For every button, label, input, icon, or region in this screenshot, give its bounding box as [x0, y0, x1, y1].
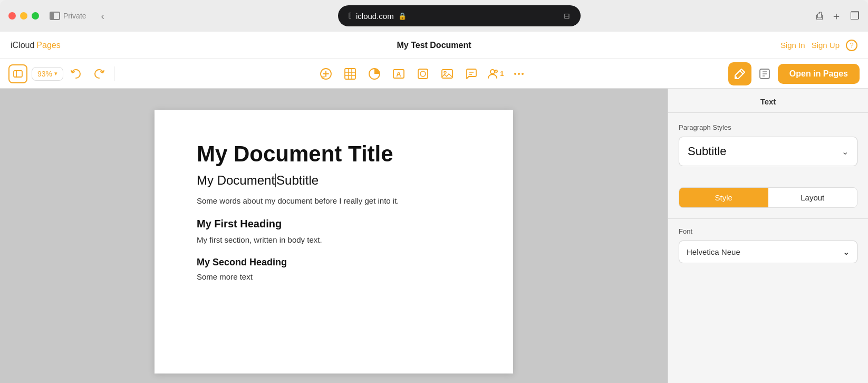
svg-point-25 — [518, 73, 520, 75]
font-value: Helvetica Neue — [687, 247, 740, 256]
dropdown-chevron-icon: ⌄ — [842, 147, 848, 157]
sign-in-button[interactable]: Sign In — [780, 41, 805, 50]
shape-button[interactable] — [413, 64, 432, 83]
svg-rect-5 — [322, 76, 325, 78]
insert-button[interactable] — [316, 64, 335, 83]
font-section: Font Helvetica Neue ⌄ — [668, 227, 868, 263]
tabs-button[interactable]: ❐ — [850, 9, 860, 22]
open-in-pages-button[interactable]: Open in Pages — [778, 64, 860, 84]
browser-window: Private ‹  icloud.com 🔒 ⊟ ⎙ ＋ ❐ iCloud … — [0, 0, 868, 383]
sidebar-toggle-button[interactable]: Private — [45, 9, 91, 22]
paragraph-styles-label: Paragraph Styles — [679, 123, 857, 131]
private-label: Private — [63, 12, 86, 20]
doc-body-3: Some more text — [197, 272, 471, 281]
right-panel: Text Paragraph Styles Subtitle ⌄ Style L… — [668, 89, 868, 383]
text-cursor — [275, 174, 276, 187]
panel-divider — [668, 218, 868, 219]
doc-body-text: Some words about my document before I re… — [197, 196, 471, 205]
help-button[interactable]: ? — [846, 40, 857, 51]
panel-header: Text — [668, 89, 868, 113]
svg-line-27 — [740, 71, 743, 74]
svg-rect-17 — [442, 70, 452, 78]
svg-text:A: A — [397, 70, 402, 78]
pages-text: Pages — [36, 41, 60, 50]
paragraph-styles-dropdown[interactable]: Subtitle ⌄ — [679, 137, 857, 166]
apple-logo-icon:  — [349, 11, 352, 21]
zoom-control[interactable]: 93% ▾ — [32, 67, 63, 81]
document-area: My Document Title My DocumentSubtitle So… — [0, 89, 668, 383]
doc-heading-1: My First Heading — [197, 218, 471, 230]
chart-button[interactable] — [365, 64, 384, 83]
media-button[interactable] — [438, 64, 457, 83]
layout-tab[interactable]: Layout — [768, 188, 857, 207]
svg-point-24 — [514, 73, 516, 75]
traffic-lights — [8, 12, 39, 20]
style-tab[interactable]: Style — [679, 188, 768, 207]
doc-title: My Document Title — [197, 141, 471, 167]
format-paint-button[interactable] — [728, 62, 751, 85]
font-dropdown[interactable]: Helvetica Neue ⌄ — [679, 241, 857, 263]
font-label: Font — [679, 227, 857, 235]
style-layout-tabs: Style Layout — [679, 187, 857, 208]
fullscreen-button[interactable] — [32, 12, 39, 20]
undo-button[interactable] — [67, 65, 85, 83]
svg-text:✓: ✓ — [495, 69, 498, 74]
paragraph-style-value: Subtitle — [688, 145, 726, 158]
comment-button[interactable] — [462, 64, 481, 83]
svg-rect-6 — [322, 78, 324, 79]
redo-button[interactable] — [90, 65, 108, 83]
back-button[interactable]: ‹ — [97, 8, 109, 24]
style-layout-section: Style Layout — [668, 177, 868, 218]
document-title: My Test Document — [397, 41, 471, 50]
svg-point-26 — [522, 73, 524, 75]
address-bar[interactable]:  icloud.com 🔒 ⊟ — [338, 5, 581, 26]
svg-rect-15 — [418, 69, 428, 79]
panel-title: Text — [679, 97, 857, 106]
document-page[interactable]: My Document Title My DocumentSubtitle So… — [155, 110, 513, 374]
table-button[interactable] — [341, 64, 360, 83]
font-dropdown-chevron-icon: ⌄ — [843, 247, 850, 257]
minimize-button[interactable] — [20, 12, 27, 20]
main-area: My Document Title My DocumentSubtitle So… — [0, 89, 868, 383]
title-bar: Private ‹  icloud.com 🔒 ⊟ ⎙ ＋ ❐ — [0, 0, 868, 32]
sidebar-toggle-tool[interactable] — [8, 64, 27, 83]
editing-toolbar: 93% ▾ — [0, 59, 868, 89]
toolbar-right: Sign In Sign Up ? — [780, 40, 857, 51]
browser-actions: ⎙ ＋ ❐ — [816, 9, 860, 23]
new-tab-button[interactable]: ＋ — [831, 9, 842, 23]
toolbar-center-tools: A — [316, 64, 528, 83]
doc-panel-button[interactable] — [756, 65, 774, 83]
reader-icon[interactable]: ⊟ — [564, 12, 570, 20]
svg-rect-0 — [14, 71, 22, 77]
paragraph-styles-section: Paragraph Styles Subtitle ⌄ — [668, 113, 868, 177]
icloud-brand: iCloud Pages — [11, 41, 61, 50]
close-button[interactable] — [8, 12, 16, 20]
doc-subtitle: My DocumentSubtitle — [197, 173, 471, 188]
svg-rect-7 — [345, 69, 355, 79]
icloud-text: iCloud — [11, 41, 34, 50]
doc-body-2: My first section, written in body text. — [197, 235, 471, 244]
svg-point-16 — [420, 71, 426, 76]
share-button[interactable]: ⎙ — [816, 10, 823, 22]
text-box-button[interactable]: A — [389, 64, 408, 83]
collab-count: 1 — [500, 70, 504, 78]
doc-subtitle-part1: My Document — [197, 173, 275, 187]
zoom-chevron-icon: ▾ — [54, 70, 57, 77]
lock-icon: 🔒 — [398, 12, 407, 20]
svg-point-18 — [444, 71, 446, 73]
svg-point-28 — [735, 76, 737, 79]
collaborator-button[interactable]: ✓ 1 — [486, 68, 504, 80]
sign-up-button[interactable]: Sign Up — [812, 41, 840, 50]
sidebar-icon — [50, 12, 60, 20]
zoom-level: 93% — [37, 70, 52, 78]
doc-heading-2: My Second Heading — [197, 257, 471, 268]
address-bar-wrapper:  icloud.com 🔒 ⊟ — [115, 5, 804, 26]
toolbar-divider — [114, 66, 114, 81]
app-toolbar: iCloud Pages My Test Document Sign In Si… — [0, 32, 868, 59]
url-text: icloud.com — [356, 12, 394, 21]
doc-subtitle-part2: Subtitle — [276, 173, 319, 187]
more-button[interactable] — [509, 64, 528, 83]
